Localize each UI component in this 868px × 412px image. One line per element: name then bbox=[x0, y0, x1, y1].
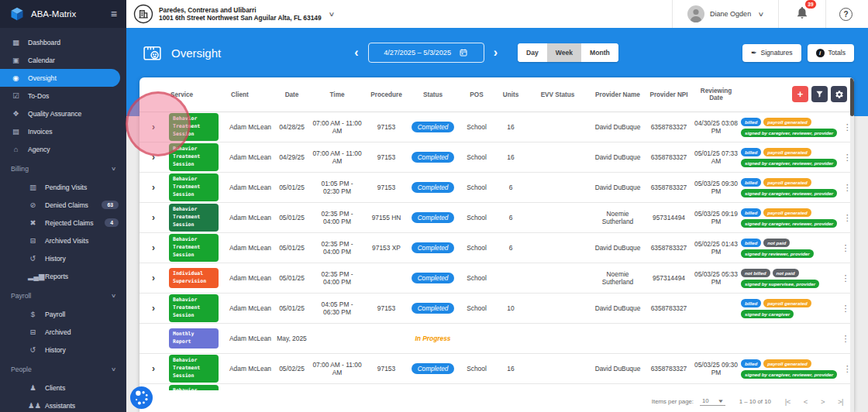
prev-week-button[interactable]: ‹ bbox=[345, 46, 367, 60]
column-header-provider-name[interactable]: Provider Name bbox=[591, 91, 645, 98]
view-day-button[interactable]: Day bbox=[518, 43, 547, 62]
last-page-icon[interactable]: >| bbox=[838, 397, 843, 406]
expand-chevron-icon[interactable]: › bbox=[152, 152, 155, 163]
column-header-status[interactable]: Status bbox=[409, 91, 456, 98]
sidebar-item-label: Assistants bbox=[45, 402, 75, 410]
expand-chevron-icon[interactable]: › bbox=[152, 182, 155, 193]
sidebar-item-archived[interactable]: ⊟Archived bbox=[0, 323, 126, 341]
sidebar-item-label: Rejected Claims bbox=[45, 219, 94, 227]
scrollbar-track[interactable] bbox=[850, 77, 854, 412]
status-badge: Completed bbox=[412, 273, 455, 283]
time-cell: 04:05 PM - 06:30 PM bbox=[311, 300, 363, 316]
sidebar-item-history[interactable]: ↺History bbox=[0, 341, 126, 359]
table-header-row: Service Client Date Time Procedure Statu… bbox=[140, 77, 854, 112]
pending-visits-icon: ▥ bbox=[28, 183, 38, 191]
pos-cell: School bbox=[456, 365, 497, 373]
next-week-button[interactable]: › bbox=[484, 46, 507, 60]
sidebar-item-denied-claims[interactable]: ⊘Denied Claims63 bbox=[0, 196, 126, 214]
help-button[interactable]: ? bbox=[839, 8, 852, 21]
kebab-menu-icon[interactable]: ⋮ bbox=[842, 304, 850, 313]
flags-cell: not billednot paidsigned by supervisee, … bbox=[739, 263, 837, 293]
scrollbar-thumb[interactable] bbox=[850, 77, 854, 116]
sidebar-item-history[interactable]: ↺History bbox=[0, 249, 126, 267]
column-header-client[interactable]: Client bbox=[228, 91, 273, 98]
flag-badge-not-paid: not paid bbox=[763, 239, 790, 247]
column-header-date[interactable]: Date bbox=[273, 91, 311, 98]
sidebar: ABA-Matrix ≡ ▦Dashboard▣Calendar◉Oversig… bbox=[0, 0, 126, 412]
reviewing-date-cell: 05/01/25 07:33 AM bbox=[693, 149, 739, 165]
next-page-icon[interactable]: > bbox=[821, 397, 825, 406]
flags-cell: billedpayroll generatedsigned by caregiv… bbox=[739, 203, 839, 232]
sidebar-section-people[interactable]: People∨ bbox=[0, 360, 126, 379]
filter-funnel-icon bbox=[815, 90, 824, 98]
chevron-down-icon[interactable]: ∨ bbox=[328, 11, 335, 18]
sidebar-item-dashboard[interactable]: ▦Dashboard bbox=[0, 33, 126, 51]
status-badge: Completed bbox=[412, 122, 455, 132]
archive-icon: ⊟ bbox=[28, 328, 38, 336]
flag-badge-billed: billed bbox=[741, 239, 761, 247]
column-header-service[interactable]: Service bbox=[167, 91, 228, 98]
sidebar-item-oversight[interactable]: ◉Oversight bbox=[0, 69, 120, 87]
user-menu[interactable]: Diane Ogden ∨ bbox=[678, 5, 773, 22]
kebab-menu-icon[interactable]: ⋮ bbox=[842, 334, 850, 343]
column-header-evv-status[interactable]: EVV Status bbox=[525, 91, 591, 98]
totals-button[interactable]: i Totals bbox=[808, 44, 854, 62]
service-cell: Behavior Treatment Session bbox=[167, 234, 228, 261]
expand-chevron-icon[interactable]: › bbox=[152, 212, 155, 223]
sidebar-item-rejected-claims[interactable]: ✖Rejected Claims4 bbox=[0, 214, 126, 232]
kebab-menu-icon[interactable]: ⋮ bbox=[842, 273, 850, 283]
sidebar-item-calendar[interactable]: ▣Calendar bbox=[0, 51, 126, 69]
sidebar-section-payroll[interactable]: Payroll∨ bbox=[0, 287, 126, 305]
sidebar-item-pending-visits[interactable]: ▥Pending Visits bbox=[0, 178, 126, 196]
service-cell: Monthly Report bbox=[167, 328, 228, 348]
sidebar-item-to-dos[interactable]: ☑To-Dos bbox=[0, 87, 126, 105]
prev-page-icon[interactable]: < bbox=[804, 397, 808, 406]
view-month-button[interactable]: Month bbox=[581, 43, 618, 62]
sidebar-item-clients[interactable]: ♟Clients bbox=[0, 379, 126, 397]
column-header-pos[interactable]: POS bbox=[456, 91, 497, 98]
expand-chevron-icon[interactable]: › bbox=[152, 363, 155, 374]
company-info[interactable]: Paredes, Contreras and Ulibarri 1001 6th… bbox=[159, 6, 322, 22]
column-header-time[interactable]: Time bbox=[311, 91, 363, 98]
view-week-button[interactable]: Week bbox=[547, 43, 581, 62]
column-header-reviewing-date[interactable]: Reviewing Date bbox=[693, 88, 739, 101]
pos-cell: School bbox=[456, 123, 497, 131]
sidebar-item-invoices[interactable]: ▤Invoices bbox=[0, 122, 126, 140]
sidebar-item-archived-visits[interactable]: ⊟Archived Visits bbox=[0, 232, 126, 249]
sidebar-item-quality-assurance[interactable]: ❖Quality Assurance bbox=[0, 105, 126, 122]
column-header-units[interactable]: Units bbox=[497, 91, 525, 98]
expand-chevron-icon[interactable]: › bbox=[152, 242, 155, 253]
aba-matrix-logo-icon bbox=[9, 6, 25, 22]
column-header-procedure[interactable]: Procedure bbox=[363, 91, 409, 98]
chat-widget-button[interactable] bbox=[130, 386, 153, 409]
client-cell: Adam McLean bbox=[228, 184, 273, 191]
sidebar-item-reports[interactable]: ▂▄▆Reports bbox=[0, 267, 126, 285]
items-per-page-select[interactable]: 10 ▼ bbox=[700, 397, 725, 406]
provider-name-cell: Noemie Sutherland bbox=[591, 270, 645, 286]
sidebar-item-assistants[interactable]: ♟♟Assistants bbox=[0, 397, 126, 412]
sidebar-section-billing[interactable]: Billing∨ bbox=[0, 160, 126, 178]
sidebar-item-payroll[interactable]: $Payroll bbox=[0, 305, 126, 323]
items-per-page: Items per page: 10 ▼ bbox=[652, 397, 725, 406]
status-cell: Completed bbox=[409, 242, 456, 253]
add-button[interactable]: + bbox=[792, 86, 808, 102]
filter-button[interactable] bbox=[811, 86, 828, 102]
sidebar-item-label: Reports bbox=[45, 273, 68, 280]
table-row: Behavior Treatment Sessionbilledpayroll … bbox=[140, 384, 854, 390]
date-cell: 05/01/25 bbox=[273, 214, 311, 221]
expand-chevron-icon[interactable]: › bbox=[152, 303, 155, 314]
column-header-provider-npi[interactable]: Provider NPI bbox=[645, 91, 693, 98]
kebab-menu-icon[interactable]: ⋮ bbox=[842, 243, 850, 252]
settings-button[interactable] bbox=[831, 86, 847, 102]
expand-chevron-icon[interactable]: › bbox=[152, 122, 155, 132]
notifications-button[interactable]: 39 bbox=[784, 5, 820, 22]
sidebar-item-label: Denied Claims bbox=[45, 201, 88, 209]
first-page-icon[interactable]: |< bbox=[785, 397, 790, 406]
service-type-badge: Individual Supervision bbox=[169, 268, 219, 288]
expand-chevron-icon[interactable]: › bbox=[152, 273, 155, 283]
signatures-button[interactable]: ✒ Signatures bbox=[742, 44, 801, 62]
date-range-picker[interactable]: 4/27/2025 – 5/3/2025 bbox=[368, 43, 484, 63]
sidebar-item-agency[interactable]: ⌂Agency bbox=[0, 140, 126, 158]
chevron-down-icon: ∨ bbox=[111, 166, 116, 172]
hamburger-menu-icon[interactable]: ≡ bbox=[111, 9, 117, 19]
